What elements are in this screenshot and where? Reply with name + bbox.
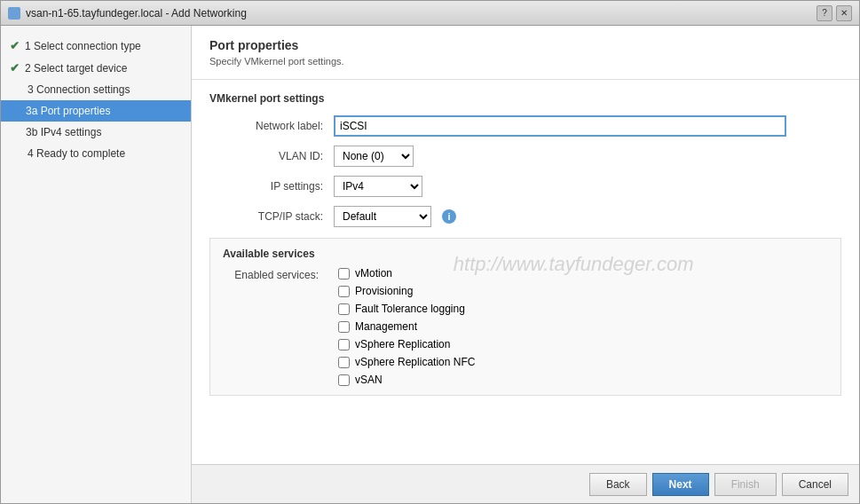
main-panel-wrapper: Port properties Specify VMkernel port se…: [192, 26, 859, 503]
checkbox-vsphere-replication[interactable]: [338, 339, 350, 350]
titlebar: vsan-n1-65.tayfundeger.local - Add Netwo…: [1, 1, 859, 26]
tcpip-select-wrapper: Default: [334, 206, 431, 227]
vlan-id-select[interactable]: None (0): [334, 146, 414, 167]
ip-select-wrapper: IPv4: [334, 176, 422, 197]
service-vsan-label: vSAN: [355, 374, 383, 386]
checkbox-fault-tolerance[interactable]: [338, 303, 350, 315]
service-provisioning-label: Provisioning: [355, 285, 413, 297]
vlan-id-label: VLAN ID:: [209, 150, 334, 162]
sidebar-item-step3a[interactable]: 3a Port properties: [1, 100, 191, 122]
footer: Back Next Finish Cancel: [192, 464, 859, 503]
services-bg: Available services Enabled services: vMo…: [209, 238, 841, 396]
service-vmotion[interactable]: vMotion: [338, 267, 475, 280]
checkbox-provisioning[interactable]: [338, 286, 350, 297]
tcpip-stack-select[interactable]: Default: [334, 206, 431, 227]
service-management[interactable]: Management: [338, 320, 475, 333]
close-button[interactable]: ✕: [836, 5, 852, 21]
main-panel: Port properties Specify VMkernel port se…: [192, 26, 859, 503]
sidebar-label-step1: 1 Select connection type: [25, 40, 141, 52]
help-button[interactable]: ?: [817, 5, 832, 21]
sidebar-label-step3a: 3a Port properties: [26, 105, 110, 117]
back-button[interactable]: Back: [589, 473, 647, 496]
info-icon-tcpip[interactable]: i: [442, 209, 456, 224]
sidebar-label-step2: 2 Select target device: [25, 62, 127, 75]
finish-button[interactable]: Finish: [714, 473, 777, 496]
available-services-section: Available services Enabled services: vMo…: [209, 238, 841, 396]
services-checkboxes: vMotion Provisioning Fault Tolerance log…: [338, 267, 475, 386]
checkbox-management[interactable]: [338, 321, 350, 333]
sidebar-item-step1[interactable]: ✔ 1 Select connection type: [1, 35, 191, 57]
sidebar-item-step2[interactable]: ✔ 2 Select target device: [1, 57, 191, 79]
vlan-select-wrapper: None (0): [334, 146, 414, 167]
sidebar: ✔ 1 Select connection type ✔ 2 Select ta…: [1, 26, 192, 503]
sidebar-label-step3: 3 Connection settings: [28, 83, 130, 96]
main-content: Port properties Specify VMkernel port se…: [192, 26, 859, 464]
service-vsphere-replication-nfc[interactable]: vSphere Replication NFC: [338, 356, 475, 368]
network-label-row: Network label:: [209, 115, 841, 137]
service-management-label: Management: [355, 320, 417, 333]
checkbox-vsan[interactable]: [338, 374, 350, 386]
network-label-label: Network label:: [209, 120, 334, 132]
ip-settings-label: IP settings:: [209, 180, 334, 193]
main-window: vsan-n1-65.tayfundeger.local - Add Netwo…: [0, 0, 860, 504]
section-desc: Specify VMkernel port settings.: [209, 56, 841, 67]
service-fault-tolerance-label: Fault Tolerance logging: [355, 303, 465, 315]
vlan-id-control: None (0): [334, 146, 795, 167]
services-row: Enabled services: vMotion Provisioning: [223, 267, 828, 386]
service-vmotion-label: vMotion: [355, 267, 392, 280]
enabled-services-label: Enabled services:: [223, 267, 329, 281]
service-provisioning[interactable]: Provisioning: [338, 285, 475, 297]
window-icon: [8, 7, 20, 20]
next-button[interactable]: Next: [652, 473, 709, 496]
section-title: Port properties: [209, 38, 841, 52]
network-label-control: [334, 115, 795, 137]
service-vsphere-replication-nfc-label: vSphere Replication NFC: [355, 356, 475, 368]
cancel-button[interactable]: Cancel: [782, 473, 848, 496]
check-icon-step2: ✔: [10, 61, 20, 75]
vmkernel-title: VMkernel port settings: [209, 92, 841, 105]
sidebar-label-step4: 4 Ready to complete: [28, 147, 125, 160]
sidebar-label-step3b: 3b IPv4 settings: [26, 126, 101, 138]
check-icon-step1: ✔: [10, 39, 20, 52]
tcpip-stack-label: TCP/IP stack:: [209, 210, 334, 223]
sidebar-item-step3b[interactable]: 3b IPv4 settings: [1, 122, 191, 143]
checkbox-vsphere-replication-nfc[interactable]: [338, 357, 350, 368]
tcpip-stack-row: TCP/IP stack: Default i: [209, 206, 841, 227]
service-fault-tolerance[interactable]: Fault Tolerance logging: [338, 303, 475, 315]
divider-top: [192, 79, 859, 80]
service-vsphere-replication[interactable]: vSphere Replication: [338, 338, 475, 350]
window-title: vsan-n1-65.tayfundeger.local - Add Netwo…: [26, 7, 247, 20]
services-title: Available services: [223, 248, 828, 260]
ip-settings-row: IP settings: IPv4: [209, 176, 841, 197]
ip-settings-control: IPv4: [334, 176, 795, 197]
titlebar-controls: ? ✕: [817, 5, 852, 21]
service-vsan[interactable]: vSAN: [338, 374, 475, 386]
network-label-input[interactable]: [334, 115, 786, 137]
sidebar-item-step3[interactable]: 3 Connection settings: [1, 79, 191, 100]
tcpip-stack-control: Default i: [334, 206, 795, 227]
vlan-id-row: VLAN ID: None (0): [209, 146, 841, 167]
content-area: ✔ 1 Select connection type ✔ 2 Select ta…: [1, 26, 859, 503]
titlebar-left: vsan-n1-65.tayfundeger.local - Add Netwo…: [8, 7, 247, 20]
sidebar-item-step4[interactable]: 4 Ready to complete: [1, 143, 191, 164]
checkbox-vmotion[interactable]: [338, 268, 350, 280]
service-vsphere-replication-label: vSphere Replication: [355, 338, 450, 350]
ip-settings-select[interactable]: IPv4: [334, 176, 422, 197]
